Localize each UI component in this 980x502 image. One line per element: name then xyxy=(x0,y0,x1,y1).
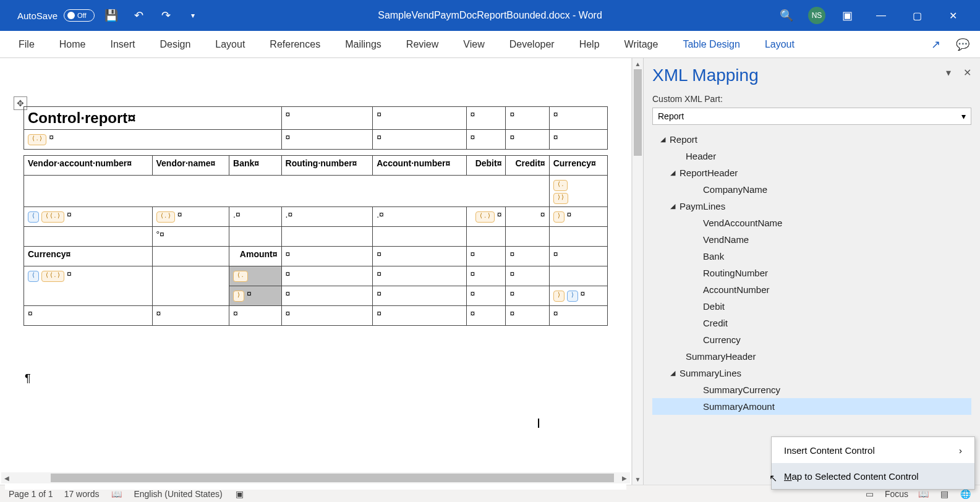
col-vendor-name: Vendor·name¤ xyxy=(152,156,229,176)
tab-table-layout[interactable]: Layout xyxy=(752,31,807,58)
tab-writage[interactable]: Writage xyxy=(612,31,671,58)
tree-report[interactable]: ◢Report xyxy=(652,131,971,148)
scroll-right-icon[interactable]: ▶ xyxy=(619,472,630,483)
status-words[interactable]: 17 words xyxy=(64,489,100,499)
autosave-toggle[interactable]: Off xyxy=(64,9,95,22)
tree-currency[interactable]: Currency xyxy=(652,331,971,348)
horizontal-scrollbar[interactable]: ◀ ▶ xyxy=(1,472,630,483)
tree-header[interactable]: Header xyxy=(652,148,971,164)
selected-cell[interactable]: ⟩ ¤ xyxy=(229,286,281,306)
col-currency2: Currency¤ xyxy=(24,247,153,266)
tab-references[interactable]: References xyxy=(257,31,333,58)
col-currency: Currency¤ xyxy=(549,156,607,176)
status-focus[interactable]: Focus xyxy=(885,489,908,499)
h-scroll-thumb[interactable] xyxy=(51,474,614,482)
undo-icon[interactable]: ↶ xyxy=(128,5,149,26)
tree-debit[interactable]: Debit xyxy=(652,298,971,315)
redo-icon[interactable]: ↷ xyxy=(155,5,176,26)
title-bar: AutoSave Off 💾 ↶ ↷ ▾ SampleVendPaymDocRe… xyxy=(0,0,980,31)
document-area[interactable]: ✥ Control·report¤ ¤¤¤¤¤ ⟨ . ⟩ ¤ ¤¤¤¤¤ Ve… xyxy=(0,58,632,485)
tree-bank[interactable]: Bank xyxy=(652,248,971,265)
save-icon[interactable]: 💾 xyxy=(101,5,122,26)
tab-mailings[interactable]: Mailings xyxy=(333,31,394,58)
col-account: Account·number¤ xyxy=(373,156,466,176)
autosave-label: AutoSave xyxy=(17,11,58,21)
context-menu: Insert Content Control › ↖ Map to Select… xyxy=(771,436,975,490)
tree-summarycurrency[interactable]: SummaryCurrency xyxy=(652,381,971,398)
scroll-left-icon[interactable]: ◀ xyxy=(1,472,12,483)
xml-part-select[interactable]: Report ▾ xyxy=(652,108,971,125)
tab-help[interactable]: Help xyxy=(567,31,612,58)
main-area: ✥ Control·report¤ ¤¤¤¤¤ ⟨ . ⟩ ¤ ¤¤¤¤¤ Ve… xyxy=(0,58,980,485)
col-routing: Routing·number¤ xyxy=(281,156,373,176)
col-debit: Debit¤ xyxy=(466,156,506,176)
status-page[interactable]: Page 1 of 1 xyxy=(9,489,53,499)
col-credit: Credit¤ xyxy=(506,156,549,176)
autosave-state: Off xyxy=(77,12,86,19)
tab-file[interactable]: File xyxy=(6,31,47,58)
col-amount: Amount¤ xyxy=(229,247,281,266)
window-title: SampleVendPaymDocReportBounded.docx - Wo… xyxy=(378,10,602,21)
tab-insert[interactable]: Insert xyxy=(98,31,147,58)
tab-home[interactable]: Home xyxy=(47,31,98,58)
xml-part-value: Report xyxy=(658,111,684,121)
maximize-button[interactable]: ▢ xyxy=(905,3,929,28)
selected-cell[interactable]: ⟨ . xyxy=(229,266,281,286)
tab-table-design[interactable]: Table Design xyxy=(670,31,752,58)
tab-view[interactable]: View xyxy=(451,31,496,58)
menu-map-to-selected[interactable]: ↖ Map to Selected Content Control xyxy=(772,463,974,489)
col-vendor-account: Vendor·account·number¤ xyxy=(24,156,153,176)
dropdown-icon: ▾ xyxy=(961,111,966,121)
scroll-down-icon[interactable]: ▼ xyxy=(633,474,643,485)
customize-qat-icon[interactable]: ▾ xyxy=(182,5,203,26)
search-icon[interactable]: 🔍 xyxy=(776,5,797,26)
tab-review[interactable]: Review xyxy=(394,31,451,58)
tree-summarylines[interactable]: ◢SummaryLines xyxy=(652,365,971,381)
tree-vendname[interactable]: VendName xyxy=(652,231,971,248)
user-avatar[interactable]: NS xyxy=(808,7,825,24)
tree-credit[interactable]: Credit xyxy=(652,315,971,331)
submenu-arrow-icon: › xyxy=(959,445,962,456)
col-bank: Bank¤ xyxy=(229,156,281,176)
ribbon: File Home Insert Design Layout Reference… xyxy=(0,31,980,58)
tree-paymlines[interactable]: ◢PaymLines xyxy=(652,198,971,215)
pane-options-icon[interactable]: ▾ xyxy=(946,67,951,79)
tree-companyname[interactable]: CompanyName xyxy=(652,181,971,198)
cursor-icon: ↖ xyxy=(769,472,777,484)
minimize-button[interactable]: — xyxy=(869,3,893,28)
pane-close-icon[interactable]: ✕ xyxy=(963,67,971,79)
scroll-up-icon[interactable]: ▲ xyxy=(633,58,643,69)
pane-title: XML Mapping xyxy=(652,66,971,85)
close-button[interactable]: ✕ xyxy=(940,3,965,28)
status-language[interactable]: English (United States) xyxy=(134,489,222,499)
tab-developer[interactable]: Developer xyxy=(497,31,567,58)
share-icon[interactable]: ↗ xyxy=(924,33,947,56)
v-scroll-thumb[interactable] xyxy=(634,69,642,156)
display-options-icon[interactable]: ▣ xyxy=(837,5,858,26)
tree-summaryamount[interactable]: SummaryAmount xyxy=(652,398,971,415)
xml-mapping-pane: ▾ ✕ XML Mapping Custom XML Part: Report … xyxy=(643,58,980,485)
text-cursor-icon: I xyxy=(537,415,540,432)
tree-summaryheader[interactable]: SummaryHeader xyxy=(652,348,971,365)
menu-insert-content-control[interactable]: Insert Content Control › xyxy=(772,437,974,463)
xml-tree: ◢Report Header ◢ReportHeader CompanyName… xyxy=(652,131,971,415)
tree-reportheader[interactable]: ◢ReportHeader xyxy=(652,164,971,181)
tree-vendaccountname[interactable]: VendAccountName xyxy=(652,215,971,231)
tree-routingnumber[interactable]: RoutingNumber xyxy=(652,265,971,281)
comments-icon[interactable]: 💬 xyxy=(952,33,974,56)
paragraph-mark-icon: ¶ xyxy=(25,372,31,385)
vertical-scrollbar[interactable]: ▲ ▼ xyxy=(632,58,643,485)
document-table: Control·report¤ ¤¤¤¤¤ ⟨ . ⟩ ¤ ¤¤¤¤¤ Vend… xyxy=(23,106,608,326)
tab-layout[interactable]: Layout xyxy=(203,31,257,58)
pane-part-label: Custom XML Part: xyxy=(652,94,971,104)
tree-accountnumber[interactable]: AccountNumber xyxy=(652,281,971,298)
report-title: Control·report¤ xyxy=(24,107,282,130)
tab-design[interactable]: Design xyxy=(147,31,203,58)
